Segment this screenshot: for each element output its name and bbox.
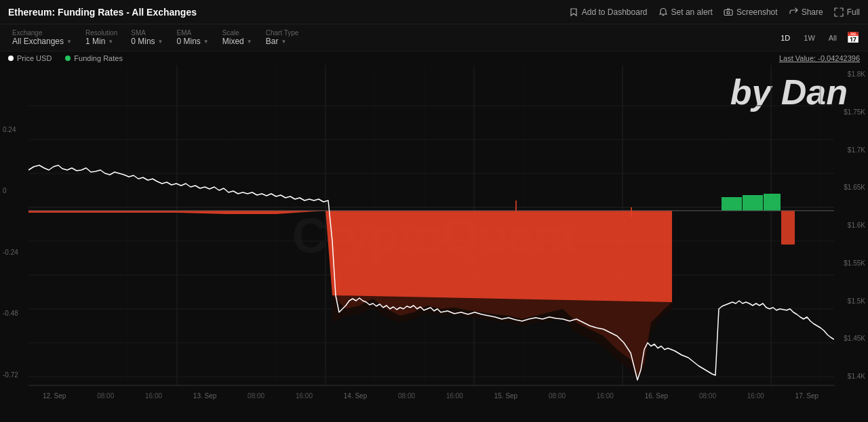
chart-svg [0,65,868,406]
calendar-icon[interactable]: 📅 [846,31,860,44]
sma-dropdown-arrow: ▼ [158,39,163,45]
controls-left: Exchange All Exchanges ▼ Resolution 1 Mi… [8,28,302,47]
scale-selector[interactable]: Scale Mixed ▼ [218,28,256,47]
page-title: Ethereum: Funding Rates - All Exchanges [8,7,197,18]
price-usd-dot [8,56,14,61]
expand-icon [834,7,844,17]
x-label-1600b: 16:00 [296,392,313,400]
funding-rate-dark-bars [332,295,672,380]
resolution-value: 1 Min ▼ [85,37,117,46]
chart-type-value: Bar ▼ [266,37,299,46]
x-label-0800e: 08:00 [699,392,716,400]
sma-selector[interactable]: SMA 0 Mins ▼ [127,28,167,47]
legend-funding-rates: Funding Rates [65,54,123,62]
x-label-16sep: 16. Sep [645,392,668,400]
ema-dropdown-arrow: ▼ [203,39,209,45]
share-button[interactable]: Share [789,7,823,17]
bookmark-icon [569,7,578,17]
svg-rect-0 [724,9,732,15]
sma-label: SMA [131,29,163,37]
chart-type-selector[interactable]: Chart Type Bar ▼ [262,28,303,47]
chart-type-label: Chart Type [266,29,299,37]
screenshot-button[interactable]: Screenshot [724,7,778,17]
x-label-17sep: 17. Sep [795,392,818,400]
x-label-1600a: 16:00 [145,392,162,400]
funding-rates-dot [65,56,71,61]
ema-value: 0 Mins ▼ [177,37,209,46]
chart-type-dropdown-arrow: ▼ [281,39,286,45]
header-actions: Add to Dashboard Set an alert Screenshot… [569,7,860,17]
x-label-15sep: 15. Sep [494,392,517,400]
legend-bar: Price USD Funding Rates Last Value: -0.0… [0,51,868,65]
x-label-0800c: 08:00 [398,392,415,400]
resolution-label: Resolution [85,29,117,37]
camera-icon [724,7,733,17]
scale-dropdown-arrow: ▼ [247,39,252,45]
legend-items: Price USD Funding Rates [8,54,123,62]
chart-container: by Dan CryptoQuant 0.24 0 -0.24 -0.48 -0… [0,65,868,406]
x-label-0800b: 08:00 [248,392,264,400]
funding-rate-green-bar-1 [722,197,742,211]
svg-rect-30 [515,201,517,211]
svg-point-1 [727,11,730,14]
x-label-13sep: 13. Sep [193,392,216,400]
header: Ethereum: Funding Rates - All Exchanges … [0,0,868,24]
x-label-0800d: 08:00 [549,392,566,400]
scale-label: Scale [222,29,252,37]
resolution-selector[interactable]: Resolution 1 Min ▼ [81,28,121,47]
funding-rate-green-bar-2 [743,195,763,211]
exchange-dropdown-arrow: ▼ [66,39,72,45]
exchange-label: Exchange [12,29,72,37]
last-value[interactable]: Last Value: -0.04242396 [779,54,860,62]
exchange-value: All Exchanges ▼ [12,37,72,46]
resolution-dropdown-arrow: ▼ [108,39,113,45]
x-label-1600d: 16:00 [597,392,614,400]
bell-icon [658,7,668,17]
full-button[interactable]: Full [834,7,860,17]
legend-price-usd: Price USD [8,54,52,62]
ema-selector[interactable]: EMA 0 Mins ▼ [173,28,213,47]
x-label-12sep: 12. Sep [43,392,66,400]
controls-bar: Exchange All Exchanges ▼ Resolution 1 Mi… [0,24,868,51]
x-label-0800a: 08:00 [97,392,114,400]
price-usd-label: Price USD [17,54,52,62]
all-button[interactable]: All [825,33,841,43]
funding-rate-negative-area [28,211,672,377]
funding-rates-label: Funding Rates [74,54,123,62]
1w-button[interactable]: 1W [800,33,819,43]
add-to-dashboard-button[interactable]: Add to Dashboard [569,7,648,17]
x-axis: 12. Sep 08:00 16:00 13. Sep 08:00 16:00 … [27,385,834,406]
x-label-14sep: 14. Sep [344,392,367,400]
controls-right: 1D 1W All 📅 [776,31,860,44]
share-icon [789,7,798,17]
x-label-1600c: 16:00 [446,392,463,400]
exchange-selector[interactable]: Exchange All Exchanges ▼ [8,28,76,47]
scale-value: Mixed ▼ [222,37,252,46]
ema-label: EMA [177,29,209,37]
sma-value: 0 Mins ▼ [131,37,163,46]
svg-rect-31 [631,207,632,217]
funding-rate-green-bar-3 [764,194,781,211]
1d-button[interactable]: 1D [776,33,794,43]
x-label-1600e: 16:00 [747,392,764,400]
set-alert-button[interactable]: Set an alert [658,7,713,17]
funding-rate-red-bar-end [781,211,795,245]
